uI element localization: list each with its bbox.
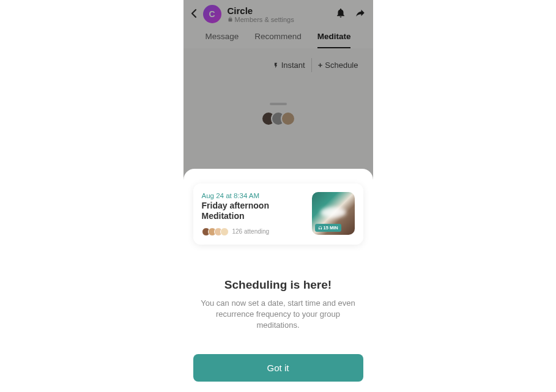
headphones-icon <box>318 226 322 230</box>
bottom-sheet: Aug 24 at 8:34 AM Friday afternoon Medit… <box>183 169 373 392</box>
subtitle-text: Members & settings <box>235 16 294 23</box>
lightning-icon <box>273 62 279 68</box>
mini-avatars <box>202 227 229 236</box>
duration-badge: 15 MIN <box>315 224 341 232</box>
attendees-count: 126 attending <box>232 228 270 235</box>
plus-icon: + <box>318 61 323 70</box>
tab-recommend[interactable]: Recommend <box>254 32 302 48</box>
event-card[interactable]: Aug 24 at 8:34 AM Friday afternoon Medit… <box>193 183 363 245</box>
drag-handle[interactable] <box>270 103 287 105</box>
event-title: Friday afternoon Meditation <box>202 201 305 221</box>
event-image: 15 MIN <box>312 192 355 235</box>
avatars-preview <box>261 111 295 126</box>
attendees-row: 126 attending <box>202 227 305 236</box>
back-button[interactable] <box>191 7 197 21</box>
page-title: Circle <box>228 6 329 16</box>
header-icons <box>335 7 366 21</box>
circle-avatar[interactable]: C <box>203 5 221 23</box>
instant-button[interactable]: Instant <box>267 58 312 72</box>
tabs: Message Recommend Meditate <box>191 23 366 48</box>
duration-text: 15 MIN <box>324 225 338 231</box>
title-block[interactable]: Circle Members & settings <box>228 6 329 23</box>
center-area <box>183 82 373 155</box>
avatar-small <box>281 111 295 126</box>
instant-label: Instant <box>281 61 305 70</box>
lock-icon <box>228 17 233 22</box>
action-row: Instant + Schedule <box>183 48 373 82</box>
sheet-description: You can now set a date, start time and e… <box>193 298 363 331</box>
schedule-button[interactable]: + Schedule <box>312 58 365 72</box>
subtitle: Members & settings <box>228 16 329 23</box>
bell-icon[interactable] <box>335 7 346 21</box>
tab-meditate[interactable]: Meditate <box>317 32 351 48</box>
tab-message[interactable]: Message <box>206 32 239 48</box>
event-date: Aug 24 at 8:34 AM <box>202 192 305 199</box>
card-content: Aug 24 at 8:34 AM Friday afternoon Medit… <box>202 192 305 236</box>
mini-avatar <box>220 227 229 236</box>
share-icon[interactable] <box>355 7 366 21</box>
header-row: C Circle Members & settings <box>191 5 366 23</box>
schedule-label: Schedule <box>325 61 358 70</box>
phone-screen: C Circle Members & settings Message Re <box>183 0 373 392</box>
sheet-title: Scheduling is here! <box>193 278 363 292</box>
avatar-letter: C <box>209 9 215 19</box>
header: C Circle Members & settings Message Re <box>183 0 373 48</box>
got-it-button[interactable]: Got it <box>193 354 363 382</box>
